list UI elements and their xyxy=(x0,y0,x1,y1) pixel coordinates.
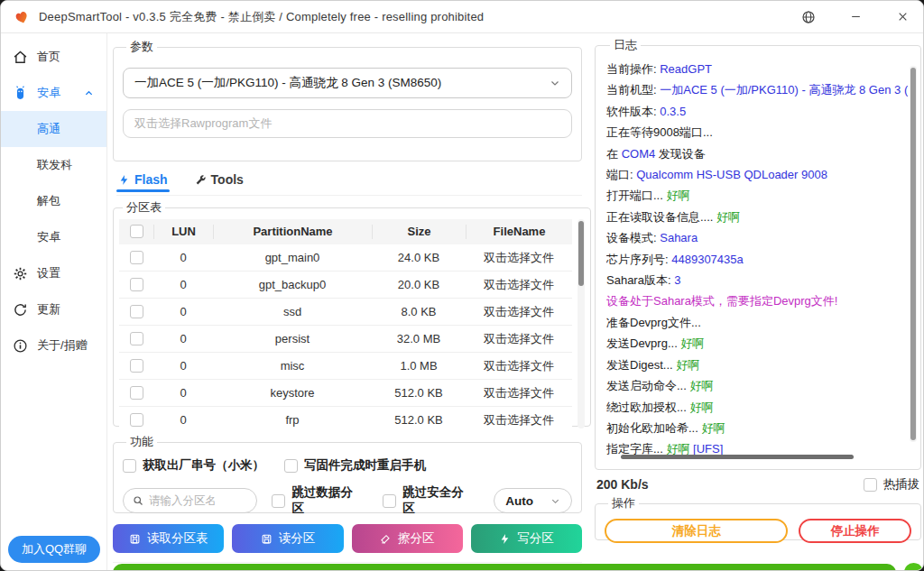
sidebar-item-label: 关于/捐赠 xyxy=(37,337,88,354)
row-checkbox[interactable] xyxy=(130,305,143,318)
sidebar-item-settings[interactable]: 设置 xyxy=(1,255,106,291)
tab-flash[interactable]: Flash xyxy=(116,170,170,191)
cell-filename[interactable]: 双击选择文件 xyxy=(466,250,572,266)
checkbox-box[interactable] xyxy=(864,478,877,492)
close-button[interactable] xyxy=(894,9,910,25)
log-line: 端口: Qualcomm HS-USB QDLoader 9008 xyxy=(606,164,908,185)
factory-serial-checkbox[interactable]: 获取出厂串号（小米） xyxy=(123,457,264,474)
select-all-checkbox[interactable] xyxy=(130,225,143,238)
partition-search-input[interactable]: 请输入分区名 xyxy=(123,488,257,513)
stop-operation-button[interactable]: 停止操作 xyxy=(799,519,911,543)
sidebar-item-mediatek[interactable]: 联发科 xyxy=(1,147,106,183)
device-select[interactable]: 一加ACE 5 (一加/PKG110) - 高通骁龙 8 Gen 3 (SM86… xyxy=(123,68,572,98)
partition-table-fieldset: 分区表 LUN PartitionName Size FileName xyxy=(113,199,591,427)
sidebar: 首页 安卓 高通 联发科 解包 xyxy=(1,33,107,571)
search-icon xyxy=(133,495,143,506)
cell-filename[interactable]: 双击选择文件 xyxy=(466,385,572,401)
row-checkbox[interactable] xyxy=(130,359,143,373)
rawprogram-file-input[interactable]: 双击选择Rawprogram文件 xyxy=(123,109,572,138)
checkbox-label: 热插拔 xyxy=(883,476,920,493)
cell-lun: 0 xyxy=(153,359,213,373)
device-select-value: 一加ACE 5 (一加/PKG110) - 高通骁龙 8 Gen 3 (SM86… xyxy=(134,75,441,91)
functions-fieldset: 功能 获取出厂串号（小米） 写固件完成时重启手机 xyxy=(113,434,582,513)
flash-icon xyxy=(118,174,130,186)
column-header-filename[interactable]: FileName xyxy=(466,225,572,239)
cell-filename[interactable]: 双击选择文件 xyxy=(466,277,572,293)
table-row: 0keystore512.0 KB双击选择文件 xyxy=(119,380,572,407)
log-line: 正在读取设备信息.... 好啊 xyxy=(606,207,908,227)
refresh-icon xyxy=(13,302,28,318)
log-line: 设备处于Sahara模式，需要指定Devprg文件! xyxy=(606,290,908,311)
column-header-size[interactable]: Size xyxy=(372,225,466,239)
cell-filename[interactable]: 双击选择文件 xyxy=(466,358,572,374)
table-row: 0gpt_main024.0 KB双击选择文件 xyxy=(119,244,572,272)
cell-filename[interactable]: 双击选择文件 xyxy=(466,304,572,320)
cell-size: 1.0 MB xyxy=(372,359,466,373)
bottom-status-bar xyxy=(107,563,924,571)
table-scrollbar[interactable] xyxy=(578,219,585,428)
language-globe-icon[interactable] xyxy=(800,9,817,25)
cell-filename[interactable]: 双击选择文件 xyxy=(466,331,572,347)
hotplug-checkbox[interactable]: 热插拔 xyxy=(864,476,920,493)
log-vertical-scrollbar[interactable] xyxy=(910,66,917,442)
sidebar-item-label: 高通 xyxy=(37,121,60,137)
row-checkbox[interactable] xyxy=(130,386,143,400)
sidebar-item-about[interactable]: 关于/捐赠 xyxy=(1,327,106,364)
column-header-partition-name[interactable]: PartitionName xyxy=(213,225,372,239)
log-line: 在 COM4 发现设备 xyxy=(606,143,908,164)
cell-size: 512.0 KB xyxy=(372,386,466,400)
read-partition-button[interactable]: 读分区 xyxy=(232,524,343,553)
progress-bar xyxy=(113,564,896,571)
erase-partition-button[interactable]: 擦分区 xyxy=(352,524,463,553)
reboot-after-write-checkbox[interactable]: 写固件完成时重启手机 xyxy=(284,457,426,474)
sidebar-item-label: 设置 xyxy=(37,265,60,281)
read-partition-table-button[interactable]: 读取分区表 xyxy=(113,524,224,553)
skip-secure-partition-checkbox[interactable]: 跳过安全分区 xyxy=(383,484,474,517)
params-legend: 参数 xyxy=(126,39,157,55)
button-label: 读取分区表 xyxy=(147,530,208,547)
checkbox-label: 跳过数据分区 xyxy=(291,484,363,517)
checkbox-box[interactable] xyxy=(123,459,136,473)
checkbox-box[interactable] xyxy=(284,459,298,473)
log-line: 初始化欧加哈希... 好啊 xyxy=(606,418,908,438)
log-line: 当前机型: 一加ACE 5 (一加/PKG110) - 高通骁龙 8 Gen 3… xyxy=(606,79,908,100)
sidebar-item-android[interactable]: 安卓 xyxy=(1,219,106,255)
info-icon xyxy=(13,338,28,354)
write-partition-button[interactable]: 写分区 xyxy=(471,524,582,553)
join-qq-group-button[interactable]: 加入QQ群聊 xyxy=(8,536,100,563)
log-line: 发送Digest... 好啊 xyxy=(606,355,908,375)
sidebar-item-update[interactable]: 更新 xyxy=(1,291,106,327)
sidebar-item-qualcomm[interactable]: 高通 xyxy=(1,111,106,147)
cell-filename[interactable]: 双击选择文件 xyxy=(466,412,572,428)
log-line: 软件版本: 0.3.5 xyxy=(606,101,908,122)
row-checkbox[interactable] xyxy=(130,251,143,264)
button-label: 擦分区 xyxy=(398,530,435,547)
table-row: 0misc1.0 MB双击选择文件 xyxy=(119,353,572,380)
table-scrollbar-thumb[interactable] xyxy=(578,221,584,286)
checkbox-box[interactable] xyxy=(272,494,285,508)
minimize-button[interactable] xyxy=(847,9,864,25)
tab-tools[interactable]: Tools xyxy=(193,170,245,191)
row-checkbox[interactable] xyxy=(130,413,143,427)
sidebar-item-home[interactable]: 首页 xyxy=(1,39,106,75)
sidebar-item-android-group[interactable]: 安卓 xyxy=(1,75,106,111)
save-icon xyxy=(129,533,141,545)
partition-table-body: 0gpt_main024.0 KB双击选择文件0gpt_backup020.0 … xyxy=(119,244,572,428)
row-checkbox[interactable] xyxy=(130,332,143,345)
cell-size: 24.0 KB xyxy=(372,251,466,264)
button-label: 写分区 xyxy=(517,530,554,547)
column-header-lun[interactable]: LUN xyxy=(153,225,213,239)
log-horizontal-scrollbar[interactable] xyxy=(621,455,854,459)
sidebar-item-unpack[interactable]: 解包 xyxy=(1,183,106,219)
sidebar-item-label: 解包 xyxy=(37,193,60,209)
wrench-icon xyxy=(195,174,207,186)
skip-data-partition-checkbox[interactable]: 跳过数据分区 xyxy=(272,484,363,517)
log-scrollbar-thumb[interactable] xyxy=(910,68,916,440)
clear-log-button[interactable]: 清除日志 xyxy=(605,519,788,543)
mode-select[interactable]: Auto xyxy=(494,488,572,513)
cell-lun: 0 xyxy=(153,413,213,427)
row-checkbox[interactable] xyxy=(130,278,143,291)
search-placeholder: 请输入分区名 xyxy=(149,493,217,509)
tab-bar: Flash Tools xyxy=(116,170,582,196)
checkbox-box[interactable] xyxy=(383,494,396,508)
